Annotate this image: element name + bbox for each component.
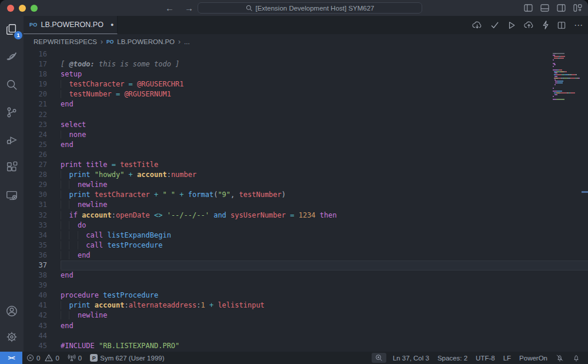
window-title: [Extension Development Host] SYM627: [256, 5, 375, 12]
code-line[interactable]: 44: [24, 331, 588, 341]
tab-lb-poweron-po[interactable]: PO LB.POWERON.PO ●: [24, 16, 118, 34]
nav-back-icon[interactable]: ←: [165, 3, 174, 13]
explorer-icon[interactable]: 1: [4, 22, 19, 37]
title-bar: ← → [Extension Development Host] SYM627: [0, 0, 588, 16]
traffic-lights: [7, 5, 38, 12]
code-line[interactable]: 24 none: [24, 130, 588, 140]
chevron-right-icon: ›: [101, 38, 103, 46]
do-not-disturb[interactable]: [552, 352, 568, 364]
code-editor[interactable]: 1617[ @todo: this is some todo ]18setup1…: [24, 49, 588, 352]
tab-bar: PO LB.POWERON.PO ● ⋯: [24, 16, 588, 34]
sym-label: Sym 627 (User 1999): [100, 355, 164, 362]
ports-indicator[interactable]: 0: [64, 352, 86, 364]
error-icon: [26, 354, 34, 362]
code-line[interactable]: 32 if account:openDate <> '--/--/--' and…: [24, 211, 588, 221]
code-line[interactable]: 27print title = testTitle: [24, 160, 588, 170]
remote-icon: ><: [8, 354, 14, 362]
toggle-sidebar-icon[interactable]: [524, 4, 533, 12]
close-window-button[interactable]: [7, 5, 14, 12]
bell-icon: [572, 354, 580, 362]
spaces-label: Spaces: 2: [437, 355, 467, 362]
vscode-window: ← → [Extension Development Host] SYM627 …: [0, 0, 588, 364]
customize-layout-icon[interactable]: [573, 4, 582, 12]
code-line[interactable]: 30 print testCharacter + " " + format("9…: [24, 190, 588, 200]
command-center-search[interactable]: [Extension Development Host] SYM627: [198, 2, 422, 14]
tab-label: LB.POWERON.PO: [41, 21, 103, 29]
modified-dot-icon[interactable]: ●: [111, 22, 113, 28]
settings-gear-icon[interactable]: [4, 329, 19, 345]
language-mode[interactable]: PowerOn: [515, 352, 552, 364]
cloud-download-icon[interactable]: [472, 21, 482, 29]
code-line[interactable]: 20 testNumber = @RGUSERNUM1: [24, 89, 588, 99]
breadcrumb-folder[interactable]: REPWRITERSPECS: [34, 38, 97, 45]
minimap[interactable]: [553, 51, 580, 101]
code-line[interactable]: 26: [24, 150, 588, 160]
explorer-badge: 1: [14, 31, 22, 39]
code-line[interactable]: 36 end: [24, 251, 588, 261]
ports-count: 0: [78, 355, 82, 362]
cloud-upload-icon[interactable]: [524, 21, 534, 29]
poweron-extension-icon[interactable]: [4, 49, 19, 65]
radio-tower-icon: [68, 354, 76, 362]
code-line[interactable]: 28 print "howdy" + account:number: [24, 170, 588, 180]
toggle-secondary-sidebar-icon[interactable]: [557, 4, 566, 12]
error-count: 0: [36, 355, 40, 362]
source-control-icon[interactable]: [4, 105, 19, 120]
code-line[interactable]: 42 newline: [24, 310, 588, 320]
code-line[interactable]: 43end: [24, 321, 588, 331]
cursor-position[interactable]: Ln 37, Col 3: [389, 352, 433, 364]
more-actions-icon[interactable]: ⋯: [574, 22, 583, 28]
poweron-file-icon: PO: [29, 22, 38, 28]
code-line[interactable]: 17[ @todo: this is some todo ]: [24, 59, 588, 69]
toggle-panel-icon[interactable]: [540, 4, 549, 12]
sym-connection[interactable]: P Sym 627 (User 1999): [86, 352, 168, 364]
code-line[interactable]: 34 call listExpandBegin: [24, 231, 588, 241]
zap-icon[interactable]: [542, 21, 549, 29]
breadcrumb-file[interactable]: LB.POWERON.PO: [117, 38, 175, 45]
code-line[interactable]: 37: [24, 261, 588, 271]
code-line[interactable]: 45#INCLUDE "RB.LISTEXPAND.PRO": [24, 341, 588, 351]
code-line[interactable]: 18setup: [24, 69, 588, 79]
indentation-indicator[interactable]: Spaces: 2: [433, 352, 472, 364]
encoding-indicator[interactable]: UTF-8: [472, 352, 499, 364]
language-label: PowerOn: [519, 355, 547, 362]
poweron-sym-icon: P: [90, 354, 98, 362]
maximize-window-button[interactable]: [31, 5, 38, 12]
split-editor-icon[interactable]: [557, 21, 566, 29]
minimize-window-button[interactable]: [19, 5, 26, 12]
code-line[interactable]: 29 newline: [24, 180, 588, 190]
code-lines: 1617[ @todo: this is some todo ]18setup1…: [24, 49, 588, 352]
nav-forward-icon[interactable]: →: [185, 3, 193, 13]
chevron-right-icon: ›: [178, 38, 181, 46]
problems-indicator[interactable]: 0 0: [22, 352, 64, 364]
code-line[interactable]: 38end: [24, 271, 588, 280]
code-line[interactable]: 21end: [24, 99, 588, 109]
code-line[interactable]: 22: [24, 110, 588, 120]
search-icon[interactable]: [4, 77, 19, 92]
notifications[interactable]: [568, 352, 584, 364]
code-line[interactable]: 40procedure testProcedure: [24, 290, 588, 300]
bell-slash-icon: [556, 354, 564, 362]
code-line[interactable]: 19 testCharacter = @RGUSERCHR1: [24, 79, 588, 89]
code-line[interactable]: 35 call testProcedure: [24, 241, 588, 251]
code-line[interactable]: 16: [24, 49, 588, 59]
zoom-indicator[interactable]: [372, 353, 386, 363]
extensions-icon[interactable]: [4, 160, 19, 175]
overview-ruler-marker: [582, 191, 588, 193]
remote-explorer-icon[interactable]: [4, 188, 19, 203]
code-line[interactable]: 33 do: [24, 221, 588, 231]
code-line[interactable]: 31 newline: [24, 200, 588, 210]
warning-count: 0: [55, 355, 59, 362]
check-icon[interactable]: [490, 21, 499, 29]
account-icon[interactable]: [4, 303, 19, 319]
code-line[interactable]: 41 print account:alternateaddress:1 + le…: [24, 300, 588, 310]
code-line[interactable]: 25end: [24, 140, 588, 150]
breadcrumb-symbol[interactable]: ...: [184, 38, 190, 45]
run-debug-icon[interactable]: [4, 132, 19, 148]
eol-indicator[interactable]: LF: [499, 352, 515, 364]
remote-indicator[interactable]: ><: [0, 352, 22, 364]
run-icon[interactable]: [507, 21, 516, 29]
editor-actions: ⋯: [472, 16, 583, 34]
code-line[interactable]: 39: [24, 280, 588, 290]
code-line[interactable]: 23select: [24, 120, 588, 130]
